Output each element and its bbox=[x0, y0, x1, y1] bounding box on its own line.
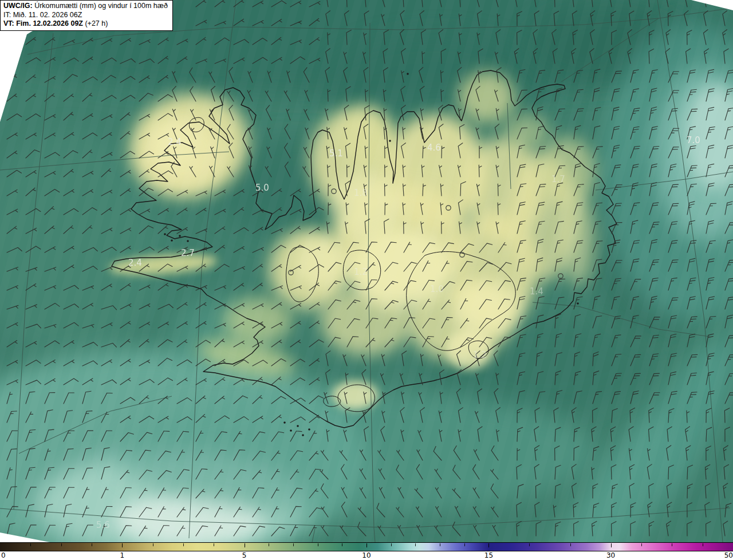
colorbar-minor-tick bbox=[61, 543, 62, 546]
colorbar-label: 30 bbox=[606, 551, 615, 559]
precip-value-label: 1.7 bbox=[551, 174, 565, 184]
colorbar-major-tick bbox=[611, 543, 612, 547]
colorbar-minor-tick bbox=[342, 543, 342, 546]
colorbar-label: 50 bbox=[724, 551, 733, 559]
valid-time: VT: Fim. 12.02.2026 09Z bbox=[3, 19, 83, 27]
small-island bbox=[164, 233, 166, 235]
colorbar-label: 0 bbox=[1, 551, 6, 559]
precip-value-label: 1.8 bbox=[354, 188, 368, 198]
title-line-model: UWC/IG: Úrkomumætti (mm) og vindur í 100… bbox=[3, 2, 168, 11]
colorbar-major-tick bbox=[122, 543, 123, 547]
title-box: UWC/IG: Úrkomumætti (mm) og vindur í 100… bbox=[0, 0, 173, 31]
precip-value-label: 1.0 bbox=[430, 284, 444, 294]
colorbar-label: 10 bbox=[362, 551, 371, 559]
small-island bbox=[290, 429, 292, 432]
colorbar-label: 15 bbox=[484, 551, 493, 559]
colorbar-minor-tick bbox=[153, 543, 153, 546]
colorbar-minor-tick bbox=[570, 543, 571, 546]
colorbar-major-tick bbox=[488, 543, 489, 547]
small-island bbox=[407, 73, 409, 75]
colorbar-minor-tick bbox=[415, 543, 416, 546]
colorbar-minor-tick bbox=[440, 543, 440, 546]
precip-value-label: 2.7 bbox=[181, 248, 195, 258]
precip-value-label: 2.4 bbox=[128, 258, 142, 268]
init-time-line: IT: Mið. 11. 02. 2026 06Z bbox=[3, 11, 168, 20]
model-name: UWC/IG: bbox=[3, 2, 33, 10]
small-island bbox=[179, 235, 181, 237]
colorbar-minor-tick bbox=[641, 543, 642, 546]
colorbar-major-tick bbox=[366, 543, 367, 547]
colorbar-major-tick bbox=[245, 543, 245, 547]
precip-value-label: 7.0 bbox=[687, 135, 700, 145]
colorbar-minor-tick bbox=[183, 543, 184, 546]
colorbar-minor-tick bbox=[391, 543, 392, 546]
valid-time-line: VT: Fim. 12.02.2026 09Z (+27 h) bbox=[3, 19, 168, 29]
small-island bbox=[283, 421, 286, 424]
small-island bbox=[187, 240, 189, 242]
precip-value-label: 5.0 bbox=[255, 183, 269, 193]
parameter-description: Úrkomumætti (mm) og vindur í 100m hæð bbox=[33, 2, 168, 10]
colorbar-minor-tick bbox=[269, 543, 269, 546]
map-canvas: 2.45.14.65.01.81.77.02.42.71.21.01.41.25… bbox=[0, 0, 733, 560]
colorbar-minor-tick bbox=[703, 543, 703, 546]
lead-time: (+27 h) bbox=[83, 19, 108, 27]
precip-value-label: 1.2 bbox=[354, 267, 368, 277]
precip-colorbar: 01510153050 bbox=[0, 542, 733, 560]
precip-value-label: 4.6 bbox=[427, 143, 441, 153]
colorbar-gradient bbox=[0, 542, 733, 551]
precip-value-label: 5.1 bbox=[329, 148, 343, 159]
colorbar-minor-tick bbox=[92, 543, 92, 546]
colorbar-tick-labels: 01510153050 bbox=[0, 551, 733, 560]
small-island bbox=[308, 428, 310, 431]
precip-value-label: 1.4 bbox=[530, 286, 543, 297]
precip-value-label: 5.6 bbox=[96, 520, 110, 530]
weather-map-screenshot: 2.45.14.65.01.81.77.02.42.71.21.01.41.25… bbox=[0, 0, 733, 560]
colorbar-minor-tick bbox=[30, 543, 31, 546]
small-island bbox=[171, 239, 173, 242]
colorbar-minor-tick bbox=[293, 543, 294, 546]
colorbar-label: 1 bbox=[120, 551, 125, 559]
colorbar-minor-tick bbox=[529, 543, 530, 546]
colorbar-minor-tick bbox=[464, 543, 465, 546]
small-island bbox=[577, 302, 579, 305]
small-island bbox=[389, 140, 391, 142]
colorbar-label: 5 bbox=[242, 551, 247, 559]
small-island bbox=[297, 425, 299, 427]
precip-field bbox=[0, 0, 733, 560]
colorbar-minor-tick bbox=[672, 543, 672, 546]
colorbar-minor-tick bbox=[214, 543, 214, 546]
colorbar-minor-tick bbox=[318, 543, 318, 546]
small-island bbox=[302, 434, 304, 436]
precip-value-label: 1.2 bbox=[473, 350, 487, 360]
precip-value-label: 2.4 bbox=[168, 137, 182, 147]
